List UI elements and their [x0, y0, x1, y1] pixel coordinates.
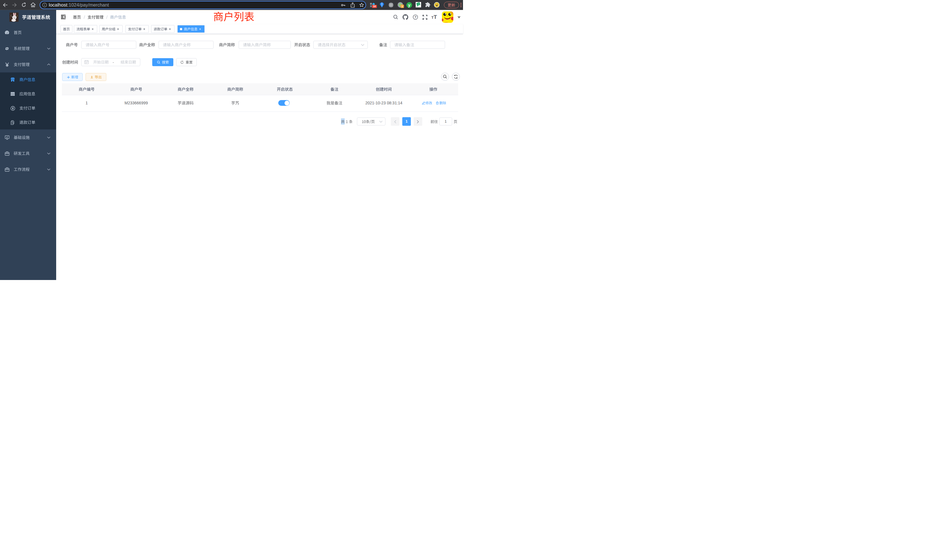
svg-text:?: ?	[415, 15, 416, 19]
svg-text:y: y	[408, 3, 410, 8]
